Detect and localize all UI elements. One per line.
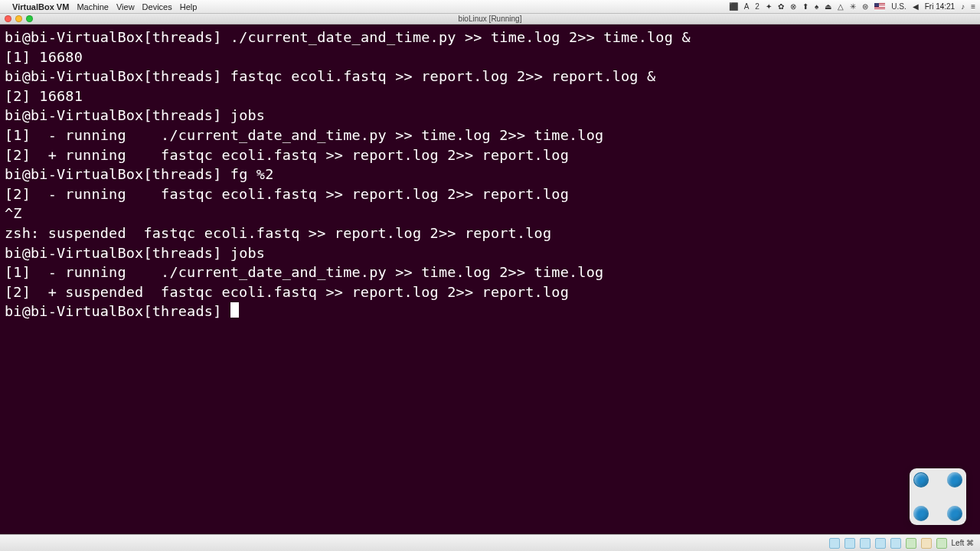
status-dropbox-icon[interactable]: ⬛: [729, 2, 738, 11]
prompt-dir: [threads]: [143, 68, 221, 84]
status-volume-icon[interactable]: ◀: [913, 2, 919, 11]
status-bluetooth-icon[interactable]: ✳: [850, 2, 856, 11]
term-line: jobs: [230, 107, 265, 123]
term-line: ^Z: [5, 205, 22, 221]
term-line: [2] 16681: [5, 88, 83, 104]
hostkey-label: Left ⌘: [952, 539, 974, 547]
prompt-user: bi@bi-VirtualBox: [5, 29, 143, 45]
status-wifi-icon[interactable]: ⊜: [862, 2, 868, 11]
menu-right: ⬛ A 2 ✦ ✿ ⊗ ⬆ ♠ ⏏ △ ✳ ⊜ U.S. ◀ Fri 14:21…: [729, 2, 975, 11]
term-line: [2] + suspended fastqc ecoli.fastq >> re…: [5, 284, 569, 300]
window-controls: [5, 15, 33, 22]
prompt-user: bi@bi-VirtualBox: [5, 245, 143, 261]
cursor-icon: [230, 302, 239, 318]
term-line: fg %2: [230, 166, 274, 182]
mac-menubar: VirtualBox VM Machine View Devices Help …: [0, 0, 980, 14]
terminal[interactable]: bi@bi-VirtualBox[threads] ./current_date…: [0, 24, 980, 534]
status-usb-icon[interactable]: [875, 538, 886, 549]
menu-view[interactable]: View: [116, 2, 135, 11]
prompt-user: bi@bi-VirtualBox: [5, 107, 143, 123]
vb-dot-icon: [947, 472, 962, 487]
status-rec-icon[interactable]: [936, 538, 947, 549]
zoom-button[interactable]: [26, 15, 33, 22]
vm-statusbar: Left ⌘: [0, 534, 980, 551]
prompt-user: bi@bi-VirtualBox: [5, 166, 143, 182]
prompt-dir: [threads]: [143, 166, 221, 182]
status-x-icon[interactable]: ⊗: [790, 2, 796, 11]
prompt-dir: [threads]: [143, 107, 221, 123]
term-line: [2] - running fastqc ecoli.fastq >> repo…: [5, 186, 569, 202]
term-line: ./current_date_and_time.py >> time.log 2…: [230, 29, 691, 45]
vb-dot-icon: [947, 506, 962, 521]
status-up-icon[interactable]: ⬆: [802, 2, 808, 11]
term-line: fastqc ecoli.fastq >> report.log 2>> rep…: [230, 68, 656, 84]
menubar-clock[interactable]: Fri 14:21: [925, 2, 955, 11]
menu-devices[interactable]: Devices: [142, 2, 172, 11]
status-flag-icon[interactable]: [874, 3, 885, 10]
status-spade-icon[interactable]: ♠: [815, 2, 818, 11]
minimize-button[interactable]: [15, 15, 22, 22]
vb-indicator-icon[interactable]: [910, 468, 966, 525]
status-sync-icon[interactable]: ✦: [766, 2, 772, 11]
prompt-user: bi@bi-VirtualBox: [5, 68, 143, 84]
menu-app-name[interactable]: VirtualBox VM: [12, 2, 69, 11]
menu-machine[interactable]: Machine: [77, 2, 109, 11]
prompt-dir: [threads]: [143, 245, 221, 261]
term-line: jobs: [230, 245, 265, 261]
vm-window-title: bioLinux [Running]: [459, 15, 522, 23]
status-disk-icon[interactable]: [829, 538, 840, 549]
vb-dot-icon: [913, 506, 929, 521]
vm-titlebar: bioLinux [Running]: [0, 14, 980, 24]
status-flower-icon[interactable]: ✿: [778, 2, 784, 11]
status-display-icon[interactable]: [906, 538, 916, 549]
status-mouse-icon[interactable]: [921, 538, 932, 549]
status-eject-icon[interactable]: ⏏: [825, 2, 831, 11]
term-line: [1] - running ./current_date_and_time.py…: [5, 264, 603, 280]
prompt-dir: [threads]: [143, 29, 221, 45]
status-num-icon[interactable]: 2: [755, 2, 760, 11]
status-user-icon[interactable]: ♪: [961, 2, 965, 11]
status-input-label[interactable]: U.S.: [891, 2, 906, 11]
menu-help[interactable]: Help: [180, 2, 198, 11]
term-line: [1] 16680: [5, 49, 83, 65]
status-shared-icon[interactable]: [890, 538, 901, 549]
close-button[interactable]: [5, 15, 11, 22]
status-menu-icon[interactable]: ≡: [971, 2, 975, 11]
term-line: zsh: suspended fastqc ecoli.fastq >> rep…: [5, 225, 551, 241]
prompt-dir: [threads]: [143, 303, 221, 319]
status-adobe-icon[interactable]: A: [744, 2, 750, 11]
prompt-user: bi@bi-VirtualBox: [5, 303, 143, 319]
term-line: [1] - running ./current_date_and_time.py…: [5, 127, 603, 143]
vb-dot-icon: [913, 472, 929, 487]
status-optical-icon[interactable]: [844, 538, 855, 549]
status-triangle-icon[interactable]: △: [838, 2, 844, 11]
term-line: [2] + running fastqc ecoli.fastq >> repo…: [5, 147, 569, 163]
menu-left: VirtualBox VM Machine View Devices Help: [5, 2, 197, 11]
status-net-icon[interactable]: [860, 538, 871, 549]
